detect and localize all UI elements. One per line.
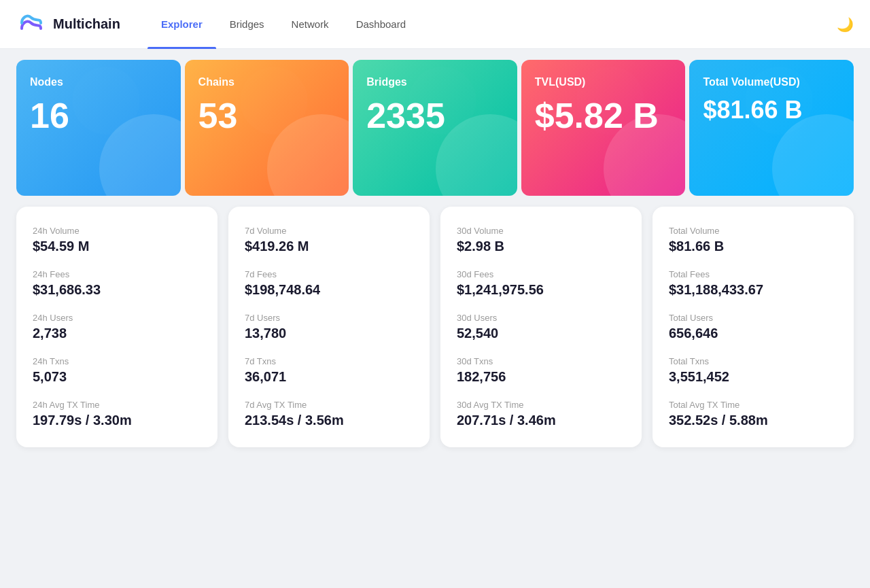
metrics-grid: 24h Volume $54.59 M 24h Fees $31,686.33 … xyxy=(0,207,870,464)
label-7d-volume: 7d Volume xyxy=(245,226,413,236)
logo-text: Multichain xyxy=(53,16,120,32)
label-30d-txns: 30d Txns xyxy=(457,356,625,366)
multichain-logo-icon xyxy=(16,10,46,39)
metric-row-total-fees: Total Fees $31,188,433.67 xyxy=(669,269,837,298)
value-total-users: 656,646 xyxy=(669,326,837,341)
value-7d-txns: 36,071 xyxy=(245,369,413,385)
header-right: 🌙 xyxy=(837,16,854,33)
metric-row-24h-avg-tx-time: 24h Avg TX Time 197.79s / 3.30m xyxy=(33,400,201,428)
value-24h-volume: $54.59 M xyxy=(33,239,201,254)
value-30d-avg-tx-time: 207.71s / 3.46m xyxy=(457,413,625,428)
value-7d-fees: $198,748.64 xyxy=(245,282,413,298)
label-24h-avg-tx-time: 24h Avg TX Time xyxy=(33,400,201,410)
value-7d-volume: $419.26 M xyxy=(245,239,413,254)
dark-mode-toggle[interactable]: 🌙 xyxy=(837,17,854,32)
metric-row-total-avg-tx-time: Total Avg TX Time 352.52s / 5.88m xyxy=(669,400,837,428)
value-30d-fees: $1,241,975.56 xyxy=(457,282,625,298)
tvl-label: TVL(USD) xyxy=(535,76,672,88)
label-7d-fees: 7d Fees xyxy=(245,269,413,279)
value-total-volume: $81.66 B xyxy=(669,239,837,254)
label-7d-txns: 7d Txns xyxy=(245,356,413,366)
value-total-avg-tx-time: 352.52s / 5.88m xyxy=(669,413,837,428)
label-total-fees: Total Fees xyxy=(669,269,837,279)
metric-row-7d-txns: 7d Txns 36,071 xyxy=(245,356,413,385)
value-24h-users: 2,738 xyxy=(33,326,201,341)
value-30d-volume: $2.98 B xyxy=(457,239,625,254)
metric-card-30d: 30d Volume $2.98 B 30d Fees $1,241,975.5… xyxy=(440,207,642,447)
stat-card-nodes: Nodes 16 xyxy=(16,60,181,196)
nodes-value: 16 xyxy=(30,97,167,135)
metric-row-30d-volume: 30d Volume $2.98 B xyxy=(457,226,625,254)
metric-row-24h-fees: 24h Fees $31,686.33 xyxy=(33,269,201,298)
label-total-avg-tx-time: Total Avg TX Time xyxy=(669,400,837,410)
metric-row-total-volume: Total Volume $81.66 B xyxy=(669,226,837,254)
label-24h-volume: 24h Volume xyxy=(33,226,201,236)
metric-row-total-users: Total Users 656,646 xyxy=(669,313,837,341)
metric-row-24h-volume: 24h Volume $54.59 M xyxy=(33,226,201,254)
metric-row-30d-fees: 30d Fees $1,241,975.56 xyxy=(457,269,625,298)
label-total-volume: Total Volume xyxy=(669,226,837,236)
metric-row-7d-fees: 7d Fees $198,748.64 xyxy=(245,269,413,298)
logo-area: Multichain xyxy=(16,10,120,39)
label-30d-users: 30d Users xyxy=(457,313,625,323)
chains-value: 53 xyxy=(198,97,336,135)
metric-row-30d-txns: 30d Txns 182,756 xyxy=(457,356,625,385)
stat-card-tvl: TVL(USD) $5.82 B xyxy=(521,60,686,196)
value-24h-fees: $31,686.33 xyxy=(33,282,201,298)
metric-row-30d-avg-tx-time: 30d Avg TX Time 207.71s / 3.46m xyxy=(457,400,625,428)
label-30d-fees: 30d Fees xyxy=(457,269,625,279)
nodes-label: Nodes xyxy=(30,76,167,88)
stat-card-chains: Chains 53 xyxy=(185,60,349,196)
tvl-value: $5.82 B xyxy=(535,97,672,135)
label-7d-avg-tx-time: 7d Avg TX Time xyxy=(245,400,413,410)
value-30d-users: 52,540 xyxy=(457,326,625,341)
stat-card-bridges: Bridges 2335 xyxy=(353,60,517,196)
label-30d-volume: 30d Volume xyxy=(457,226,625,236)
stat-card-total-volume: Total Volume(USD) $81.66 B xyxy=(689,60,854,196)
label-total-users: Total Users xyxy=(669,313,837,323)
value-7d-users: 13,780 xyxy=(245,326,413,341)
chains-label: Chains xyxy=(198,76,336,88)
metric-row-30d-users: 30d Users 52,540 xyxy=(457,313,625,341)
metric-row-24h-txns: 24h Txns 5,073 xyxy=(33,356,201,385)
nav-item-dashboard[interactable]: Dashboard xyxy=(343,0,419,49)
total-volume-label: Total Volume(USD) xyxy=(703,76,840,88)
label-24h-users: 24h Users xyxy=(33,313,201,323)
main-nav: Explorer Bridges Network Dashboard xyxy=(147,0,837,49)
metric-row-7d-users: 7d Users 13,780 xyxy=(245,313,413,341)
metric-row-24h-users: 24h Users 2,738 xyxy=(33,313,201,341)
stats-cards-row: Nodes 16 Chains 53 Bridges 2335 TVL(USD)… xyxy=(0,49,870,207)
value-total-txns: 3,551,452 xyxy=(669,369,837,385)
metric-card-7d: 7d Volume $419.26 M 7d Fees $198,748.64 … xyxy=(228,207,430,447)
bridges-label: Bridges xyxy=(366,76,504,88)
metric-row-7d-volume: 7d Volume $419.26 M xyxy=(245,226,413,254)
metric-row-7d-avg-tx-time: 7d Avg TX Time 213.54s / 3.56m xyxy=(245,400,413,428)
label-total-txns: Total Txns xyxy=(669,356,837,366)
value-total-fees: $31,188,433.67 xyxy=(669,282,837,298)
header: Multichain Explorer Bridges Network Dash… xyxy=(0,0,870,49)
metric-card-total: Total Volume $81.66 B Total Fees $31,188… xyxy=(652,207,854,447)
nav-item-network[interactable]: Network xyxy=(278,0,343,49)
label-30d-avg-tx-time: 30d Avg TX Time xyxy=(457,400,625,410)
value-24h-avg-tx-time: 197.79s / 3.30m xyxy=(33,413,201,428)
nav-item-explorer[interactable]: Explorer xyxy=(147,0,216,49)
value-24h-txns: 5,073 xyxy=(33,369,201,385)
label-24h-fees: 24h Fees xyxy=(33,269,201,279)
metric-row-total-txns: Total Txns 3,551,452 xyxy=(669,356,837,385)
metric-card-24h: 24h Volume $54.59 M 24h Fees $31,686.33 … xyxy=(16,207,218,447)
bridges-value: 2335 xyxy=(366,97,504,135)
label-24h-txns: 24h Txns xyxy=(33,356,201,366)
value-30d-txns: 182,756 xyxy=(457,369,625,385)
label-7d-users: 7d Users xyxy=(245,313,413,323)
nav-item-bridges[interactable]: Bridges xyxy=(216,0,278,49)
value-7d-avg-tx-time: 213.54s / 3.56m xyxy=(245,413,413,428)
total-volume-value: $81.66 B xyxy=(703,97,840,124)
